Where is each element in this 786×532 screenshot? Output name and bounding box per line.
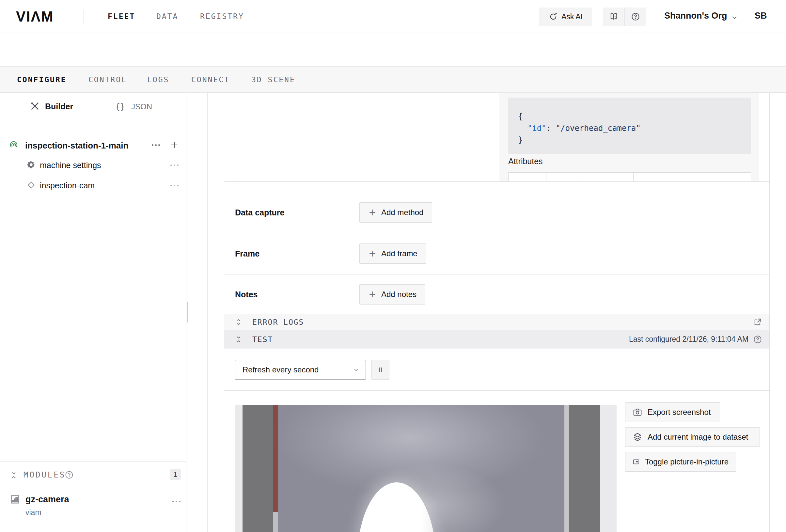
chevron-down-icon[interactable]: [731, 14, 738, 22]
more-options-icon[interactable]: [172, 501, 181, 502]
user-avatar[interactable]: SB: [755, 11, 767, 21]
scene-wall-strip: [242, 405, 273, 532]
error-logs-title: ERROR LOGS: [252, 318, 304, 326]
frame-section: Frame Add frame: [224, 233, 769, 275]
chevron-down-icon: [352, 366, 360, 373]
sidebar-bottom-border: [0, 530, 186, 530]
data-capture-section: Data capture Add method: [224, 192, 769, 233]
viam-logo[interactable]: VIΛM: [16, 8, 54, 25]
nav-item-data[interactable]: DATA: [156, 12, 178, 21]
export-screenshot-button[interactable]: Export screenshot: [625, 402, 720, 422]
test-title: TEST: [252, 335, 273, 344]
scene-post-base: [273, 512, 278, 532]
modules-section: MODULES 1 gz-camera viam: [0, 461, 186, 532]
test-panel-divider: [224, 390, 769, 391]
code-colon: :: [547, 124, 556, 133]
refresh-rate-select[interactable]: Refresh every second: [235, 360, 366, 379]
tab-configure[interactable]: CONFIGURE: [17, 75, 67, 84]
help-button[interactable]: [624, 7, 646, 26]
data-capture-title: Data capture: [235, 208, 284, 217]
nav-item-registry[interactable]: REGISTRY: [200, 12, 244, 21]
builder-json-toggle: Builder {} JSON: [0, 93, 186, 122]
modules-count-badge: 1: [170, 469, 181, 480]
machine-tabs: CONFIGURE CONTROL LOGS CONNECT 3D SCENE: [0, 66, 786, 93]
tree-item-inspection-cam[interactable]: inspection-cam: [0, 177, 186, 193]
refresh-rate-value: Refresh every second: [242, 365, 319, 374]
plus-icon: [368, 208, 377, 217]
tab-3d-scene[interactable]: 3D SCENE: [251, 75, 295, 84]
error-logs-bar[interactable]: ERROR LOGS: [224, 314, 769, 330]
tab-control[interactable]: CONTROL: [89, 75, 127, 84]
help-circle-icon[interactable]: [753, 335, 762, 344]
last-configured-text: Last configured 2/11/26, 9:11:04 AM: [629, 335, 748, 344]
notes-section: Notes Add notes: [224, 275, 769, 314]
toggle-pip-label: Toggle picture-in-picture: [645, 457, 729, 466]
add-component-icon[interactable]: [170, 140, 179, 149]
builder-mode-label[interactable]: Builder: [45, 102, 73, 111]
docs-help-group: [603, 7, 646, 26]
toggle-pip-button[interactable]: Toggle picture-in-picture: [625, 452, 736, 471]
nav-item-fleet[interactable]: FLEET: [108, 12, 135, 21]
org-selector[interactable]: Shannon's Org: [664, 11, 727, 21]
broadcast-icon: [9, 140, 18, 149]
help-circle-icon: [631, 12, 640, 21]
notes-title: Notes: [235, 290, 257, 299]
documentation-button[interactable]: [603, 7, 624, 26]
pause-icon: [377, 366, 385, 374]
add-notes-button[interactable]: Add notes: [360, 284, 425, 304]
tab-connect[interactable]: CONNECT: [191, 75, 230, 84]
tree-item-main-part[interactable]: inspection-station-1-main: [0, 137, 186, 154]
collapse-icon[interactable]: [10, 471, 18, 479]
camera-icon: [632, 407, 642, 417]
scene-wall-strip: [564, 405, 569, 532]
test-panel: Refresh every second: [224, 349, 769, 532]
main-part-name: inspection-station-1-main: [25, 141, 128, 151]
attributes-panel: { "id": "/overhead_camera" } Attributes: [500, 93, 759, 182]
tree-item-machine-settings[interactable]: machine settings: [0, 157, 186, 173]
panel-left-edge: [207, 93, 208, 532]
camera-scene: [278, 405, 564, 532]
code-close-brace: }: [518, 135, 523, 145]
modules-title: MODULES: [23, 470, 66, 480]
picture-in-picture-icon: [632, 457, 640, 467]
add-to-dataset-label: Add current image to dataset: [648, 433, 748, 442]
code-value: "/overhead_camera": [556, 124, 641, 133]
json-example-code[interactable]: { "id": "/overhead_camera" }: [508, 98, 751, 154]
test-bar[interactable]: TEST Last configured 2/11/26, 9:11:04 AM: [224, 330, 769, 349]
module-icon: [10, 494, 20, 505]
scene-wall-strip: [235, 405, 242, 532]
viam-app: VIΛM FLEET DATA REGISTRY Ask AI: [0, 0, 786, 532]
sidebar-resize-handle[interactable]: [187, 302, 190, 322]
scene-wall-strip: [569, 405, 600, 532]
more-options-icon[interactable]: [170, 185, 179, 186]
nav-divider: [84, 10, 84, 23]
json-mode-label[interactable]: JSON: [131, 102, 152, 111]
help-circle-icon[interactable]: [65, 470, 74, 480]
collapse-icon: [235, 336, 242, 343]
camera-stream: [235, 405, 617, 532]
config-sections: Data capture Add method Frame Add frame: [224, 192, 769, 314]
module-name: gz-camera: [25, 494, 69, 505]
ask-ai-label: Ask AI: [561, 13, 583, 21]
expand-icon: [235, 319, 242, 326]
add-frame-button[interactable]: Add frame: [360, 244, 426, 264]
config-text-area[interactable]: [235, 93, 488, 182]
attributes-table[interactable]: [508, 172, 751, 182]
ask-ai-button[interactable]: Ask AI: [539, 7, 592, 26]
more-options-icon[interactable]: [152, 144, 160, 146]
inspection-cam-label: inspection-cam: [40, 181, 95, 190]
add-method-button[interactable]: Add method: [360, 202, 432, 223]
builder-tools-icon[interactable]: [30, 101, 40, 111]
code-key: "id": [528, 124, 547, 133]
json-braces-icon[interactable]: {}: [115, 102, 125, 111]
module-publisher: viam: [25, 508, 42, 517]
add-to-dataset-button[interactable]: Add current image to dataset: [625, 427, 760, 447]
machine-settings-label: machine settings: [40, 161, 101, 170]
open-external-icon[interactable]: [753, 318, 762, 327]
frame-title: Frame: [235, 249, 259, 258]
add-frame-label: Add frame: [381, 249, 417, 258]
pause-refresh-button[interactable]: [371, 360, 389, 379]
more-options-icon[interactable]: [170, 164, 179, 166]
tab-logs[interactable]: LOGS: [147, 75, 169, 84]
scene-red-post: [273, 405, 278, 512]
